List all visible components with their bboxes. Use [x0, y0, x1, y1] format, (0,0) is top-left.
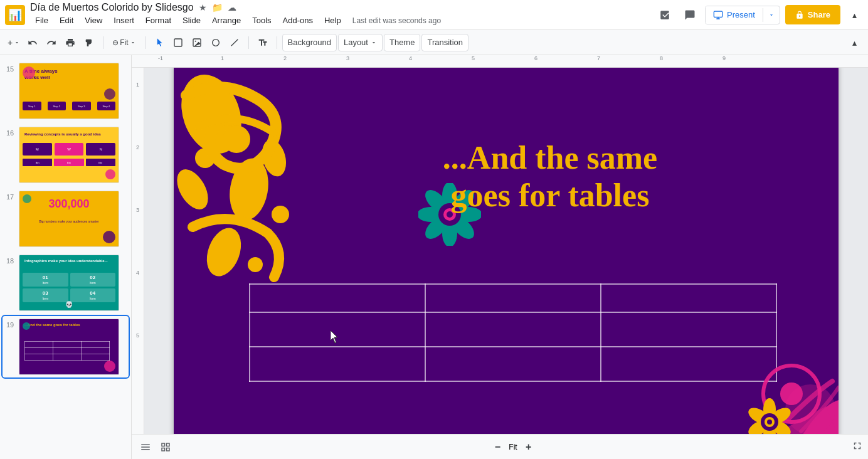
menu-slide[interactable]: Slide — [177, 13, 206, 28]
table-cell[interactable] — [250, 347, 425, 381]
bottom-bar: − Fit + — [132, 434, 868, 459]
slide-number-15: 15 — [5, 65, 15, 73]
paint-format-button[interactable] — [80, 34, 98, 51]
main-area: 15 A time alwaysworks well Step 1 ▶ Step… — [0, 55, 868, 459]
slide-item-15[interactable]: 15 A time alwaysworks well Step 1 ▶ Step… — [3, 60, 129, 122]
zoom-controls: − Fit + — [489, 438, 537, 456]
tool-group — [151, 34, 243, 51]
transition-button[interactable]: Transition — [421, 34, 468, 51]
slide-number-16: 16 — [5, 129, 15, 137]
share-label: Share — [808, 10, 830, 19]
svg-point-15 — [272, 206, 289, 223]
slide-number-17: 17 — [5, 193, 15, 201]
title-area: Día de Muertos Colorido by Slidesgo ★ 📁 … — [30, 2, 650, 28]
image-tool[interactable] — [188, 34, 206, 51]
table-cell[interactable] — [425, 312, 601, 347]
zoom-in-button[interactable]: + — [520, 438, 537, 456]
expand-button[interactable] — [852, 440, 863, 454]
last-edit-status: Last edit was seconds ago — [352, 16, 441, 25]
insert-group — [254, 34, 272, 51]
slide-options: Background Layout Theme Transition — [282, 34, 469, 51]
layout-button[interactable]: Layout — [338, 34, 383, 51]
slide-main-title: ...And the same goes for tables — [312, 139, 788, 214]
svg-point-30 — [780, 382, 803, 405]
undo-button[interactable] — [24, 34, 41, 51]
table-cell[interactable] — [425, 284, 601, 312]
menu-help[interactable]: Help — [319, 13, 346, 28]
background-button[interactable]: Background — [282, 34, 337, 51]
menu-insert[interactable]: Insert — [109, 13, 139, 28]
canvas-container: 1 2 3 4 5 — [132, 68, 868, 434]
layout-label: Layout — [344, 38, 368, 47]
slide-thumbnail-18: Infographics make your idea understandab… — [19, 255, 119, 311]
document-title: Día de Muertos Colorido by Slidesgo — [30, 2, 194, 13]
present-dropdown[interactable] — [763, 8, 780, 22]
slide-thumbnail-19: ...And the same goes for tables — [19, 319, 119, 375]
svg-point-11 — [201, 223, 247, 281]
menu-format[interactable]: Format — [140, 13, 176, 28]
view-buttons — [137, 438, 174, 456]
svg-point-16 — [248, 257, 263, 272]
toolbar-divider-4 — [277, 36, 277, 49]
new-slide-button[interactable]: + — [5, 34, 23, 51]
slide-item-17[interactable]: 17 300,000 Big numbers make your audienc… — [3, 188, 129, 250]
explore-button[interactable] — [655, 5, 675, 25]
menu-addons[interactable]: Add-ons — [278, 13, 318, 28]
menu-view[interactable]: View — [80, 13, 107, 28]
zoom-group: ⊖Fit — [109, 34, 139, 51]
select-tool[interactable] — [151, 34, 168, 51]
svg-rect-0 — [714, 11, 722, 17]
toolbar: + ⊖Fit — [0, 30, 868, 55]
print-button[interactable] — [61, 34, 79, 51]
svg-point-5 — [194, 40, 196, 41]
present-button-group: Present — [705, 6, 780, 24]
grid-view-button[interactable] — [157, 438, 174, 456]
share-button[interactable]: Share — [785, 5, 840, 24]
ruler-top: -1 1 2 3 4 5 6 7 8 9 — [132, 55, 868, 68]
zoom-out-button[interactable]: − — [489, 438, 506, 456]
slides-panel: 15 A time alwaysworks well Step 1 ▶ Step… — [0, 55, 132, 459]
cloud-icon[interactable]: ☁ — [228, 3, 236, 13]
slide-thumbnail-15: A time alwaysworks well Step 1 ▶ Step 2 … — [19, 63, 119, 119]
svg-point-10 — [174, 164, 214, 215]
menu-file[interactable]: File — [30, 13, 53, 28]
shape-tool[interactable] — [207, 34, 225, 51]
menu-edit[interactable]: Edit — [55, 13, 78, 28]
svg-point-13 — [223, 125, 250, 153]
toolbar-divider-2 — [145, 36, 146, 49]
deco-top-left — [174, 68, 318, 302]
theme-button[interactable]: Theme — [384, 34, 420, 51]
collapse-button[interactable]: ▴ — [845, 6, 863, 24]
text-select-tool[interactable] — [169, 34, 187, 51]
table-cell[interactable] — [425, 347, 601, 381]
slide-item-18[interactable]: 18 Infographics make your idea understan… — [3, 252, 129, 314]
deco-bottom-right — [675, 306, 839, 434]
present-label: Present — [727, 10, 755, 19]
insert-textbox-button[interactable] — [254, 34, 272, 51]
list-view-button[interactable] — [137, 438, 154, 456]
menu-arrange[interactable]: Arrange — [207, 13, 246, 28]
theme-label: Theme — [389, 38, 415, 47]
table-cell[interactable] — [250, 284, 425, 312]
line-tool[interactable] — [226, 34, 243, 51]
svg-point-39 — [767, 419, 772, 425]
folder-icon[interactable]: 📁 — [212, 3, 223, 13]
menu-tools[interactable]: Tools — [247, 13, 276, 28]
present-main-button[interactable]: Present — [706, 6, 763, 24]
slide-thumbnail-16: Reviewing concepts is usually a good ide… — [19, 127, 119, 183]
table-cell[interactable] — [250, 312, 425, 347]
comments-button[interactable] — [680, 5, 700, 25]
slide-item-16[interactable]: 16 Reviewing concepts is usually a good … — [3, 124, 129, 186]
slide-content: ...And the same goes for tables — [174, 68, 839, 434]
slide-canvas[interactable]: ...And the same goes for tables — [144, 68, 868, 434]
menu-bar: File Edit View Insert Format Slide Arran… — [30, 13, 650, 28]
slide-item-19[interactable]: 19 ...And the same goes for tables — [3, 316, 129, 377]
star-icon[interactable]: ★ — [199, 3, 207, 13]
canvas-area: -1 1 2 3 4 5 6 7 8 9 1 2 3 4 — [132, 55, 868, 459]
slide-number-19: 19 — [5, 321, 15, 329]
toolbar-left: + — [5, 34, 98, 51]
redo-button[interactable] — [43, 34, 60, 51]
ruler-left: 1 2 3 4 5 — [132, 68, 144, 434]
zoom-button[interactable]: ⊖Fit — [109, 34, 139, 51]
collapse-panel-button[interactable]: ▴ — [845, 34, 863, 51]
